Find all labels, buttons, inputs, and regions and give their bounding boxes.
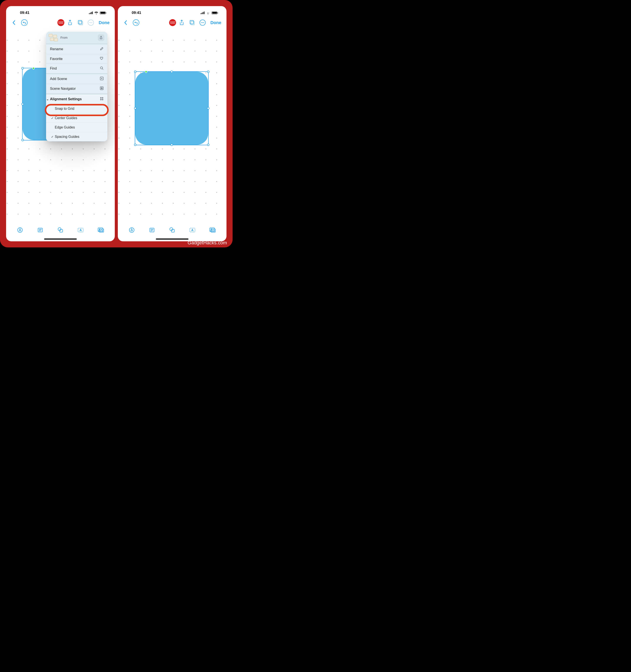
shapes-button[interactable] [56,225,65,235]
svg-point-6 [100,67,103,69]
more-button[interactable] [86,18,96,27]
svg-rect-22 [191,21,194,25]
back-button[interactable] [121,18,130,27]
popover-from-label: From [60,36,98,39]
brand-badge: GADGET HACKS [169,19,176,26]
rotate-handle[interactable] [145,71,147,73]
wifi-icon [94,11,98,14]
pencil-icon [100,47,103,51]
more-menu-popover: From Rename Favorite Find Ad [46,32,107,141]
menu-edge-guides[interactable]: Edge Guides [46,123,107,132]
cellular-icon [201,11,204,14]
wifi-icon [206,11,210,14]
menu-snap-to-grid[interactable]: Snap to Grid [46,104,107,113]
status-bar: 09:41 [6,6,115,17]
svg-point-5 [92,22,92,23]
share-button[interactable] [65,18,75,27]
top-toolbar: GADGET HACKS Done [118,17,226,29]
menu-find[interactable]: Find [46,64,107,73]
status-time: 09:41 [20,11,29,15]
share-button[interactable] [177,18,187,27]
pen-tool-button[interactable] [15,225,25,235]
check-icon: ✓ [50,116,55,120]
bottom-toolbar [118,224,226,236]
svg-rect-16 [60,230,63,232]
selection-box [135,71,209,145]
done-button[interactable]: Done [208,20,223,25]
menu-favorite[interactable]: Favorite [46,54,107,64]
battery-icon [100,11,106,14]
menu-alignment-settings[interactable]: ⌄ Alignment Settings [46,94,107,104]
status-icons [201,11,217,14]
grid-icon [100,97,103,101]
svg-rect-21 [190,20,193,24]
svg-point-25 [202,22,203,23]
text-button[interactable] [76,225,86,235]
check-icon: ✓ [50,135,55,139]
menu-spacing-guides[interactable]: ✓ Spacing Guides [46,132,107,141]
phone-right: 09:41 GADGET HACKS [118,6,226,241]
battery-icon [212,11,217,14]
notes-button[interactable] [147,225,157,235]
undo-button[interactable] [20,18,29,27]
svg-point-9 [100,97,101,98]
notes-button[interactable] [35,225,45,235]
phone-left: 09:41 GADGET HACKS [6,6,115,241]
svg-point-12 [102,99,103,100]
svg-point-26 [203,22,204,23]
text-button[interactable] [188,225,197,235]
svg-rect-31 [190,228,195,232]
home-indicator[interactable] [156,239,189,240]
brand-badge: GADGET HACKS [57,19,64,26]
svg-point-11 [100,99,101,100]
status-bar: 09:41 [118,6,226,17]
svg-point-10 [102,97,103,98]
popover-share-icon[interactable] [98,34,104,41]
svg-rect-0 [78,20,82,24]
scenes-button[interactable] [187,18,197,27]
menu-center-guides[interactable]: ✓ Center Guides [46,113,107,123]
bottom-toolbar [6,224,115,236]
menu-scene-navigator[interactable]: Scene Navigator [46,84,107,94]
scenes-button[interactable] [76,18,85,27]
menu-rename[interactable]: Rename [46,44,107,54]
cellular-icon [89,11,93,14]
shapes-button[interactable] [167,225,177,235]
chevron-down-icon: ⌄ [46,97,50,101]
svg-rect-17 [78,228,83,232]
svg-rect-30 [171,230,174,232]
status-time: 09:41 [132,11,141,15]
tutorial-container: 09:41 GADGET HACKS [0,0,233,247]
media-button[interactable] [96,225,106,235]
footer-credit: GadgetHacks.com [188,240,227,246]
popover-header: From [46,32,107,44]
home-indicator[interactable] [44,239,77,240]
svg-point-4 [91,22,91,23]
status-icons [89,11,106,14]
search-icon [100,66,103,71]
svg-rect-1 [79,21,82,25]
pen-tool-button[interactable] [127,225,137,235]
canvas[interactable] [118,30,226,224]
plus-square-icon [100,77,103,81]
heart-icon [100,57,103,61]
svg-point-24 [201,22,202,23]
done-button[interactable]: Done [97,20,112,25]
media-button[interactable] [208,225,217,235]
rotate-handle[interactable] [32,67,35,70]
top-toolbar: GADGET HACKS Done [6,17,115,29]
star-square-icon [100,87,103,91]
svg-point-3 [89,22,90,23]
back-button[interactable] [9,18,19,27]
menu-add-scene[interactable]: Add Scene [46,74,107,84]
document-thumbnails [49,34,58,41]
undo-button[interactable] [131,18,141,27]
more-button[interactable] [198,18,208,27]
